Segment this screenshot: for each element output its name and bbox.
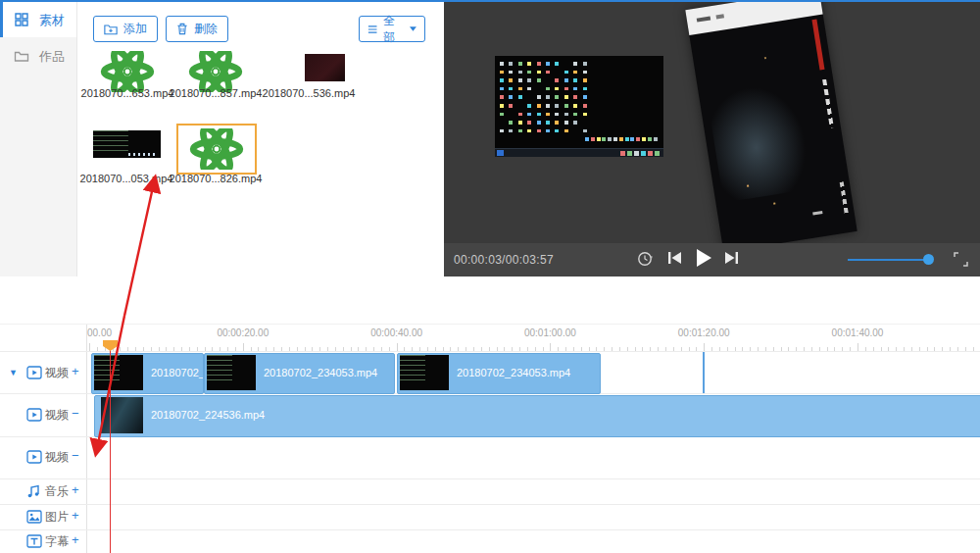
- ruler-label: 00:00:40.00: [353, 327, 441, 338]
- track-separator: [0, 504, 980, 505]
- edit-toolbar: 对齐 ↶ ↷ 分割 配音 编辑 字幕 清空 00:00:03,02 − + 导出…: [0, 276, 980, 325]
- desktop-icon: [564, 121, 568, 125]
- remove-track-icon[interactable]: −: [72, 406, 79, 421]
- desktop-icon: [500, 87, 504, 91]
- desktop-icon: [509, 71, 513, 75]
- previous-frame-icon[interactable]: [667, 250, 682, 270]
- atom-logo: [182, 128, 251, 170]
- add-media-label: 添加: [123, 21, 147, 37]
- clip-name: 20180702_234053.mp4: [264, 367, 377, 378]
- desktop-icon: [583, 129, 587, 133]
- subtitle-track-icon: [26, 534, 42, 548]
- desktop-icon: [608, 137, 612, 141]
- thumb-taskbar-dots: [128, 153, 158, 156]
- desktop-icon: [564, 113, 568, 117]
- preview-clip-rotated-frame[interactable]: [685, 2, 857, 243]
- add-track-icon[interactable]: +: [72, 364, 79, 378]
- add-track-icon[interactable]: +: [72, 532, 79, 547]
- desktop-icon: [564, 71, 568, 75]
- timeline-clip[interactable]: 20180702_234053.mp4: [397, 353, 601, 394]
- delete-media-button[interactable]: 删除: [166, 16, 228, 42]
- volume-slider-track[interactable]: [848, 259, 932, 261]
- track-end-marker: [703, 352, 705, 393]
- ruler-tick: [243, 343, 244, 351]
- next-frame-icon[interactable]: [724, 250, 739, 270]
- video-frame-dark: [305, 54, 345, 81]
- tray-icon: [627, 151, 632, 156]
- library-sidebar: 素材 作品: [0, 2, 77, 276]
- desktop-icon: [500, 104, 504, 108]
- track-label: 视频: [45, 365, 69, 381]
- vertical-white-caption: [822, 79, 834, 128]
- desktop-icon: [537, 95, 541, 99]
- desktop-icon: [509, 121, 513, 125]
- sidebar-item-material[interactable]: 素材: [0, 2, 76, 37]
- vertical-red-caption: [811, 19, 824, 70]
- video-track-icon: [26, 366, 42, 379]
- watermark-mark: [812, 211, 822, 216]
- desktop-icon: [583, 71, 587, 75]
- preview-panel: 00:00:03/00:03:57: [444, 2, 980, 276]
- preview-stage: [444, 2, 980, 243]
- player-control-bar: 00:00:03/00:03:57: [444, 243, 980, 276]
- media-library-panel: 添加 删除 全部 2018070...653.mp42018070...857.…: [77, 2, 441, 277]
- desktop-icon: [527, 87, 531, 91]
- media-item-label: 2018070...536.mp4: [255, 87, 363, 99]
- desktop-icon: [500, 113, 504, 117]
- track-label: 字幕: [45, 533, 69, 550]
- media-item-label: 2018070...826.mp4: [162, 173, 270, 184]
- desktop-icon: [555, 62, 559, 66]
- desktop-icon: [527, 71, 531, 75]
- add-track-icon[interactable]: +: [72, 508, 79, 523]
- atom-logo-icon: [184, 51, 247, 92]
- desktop-icon: [555, 121, 559, 125]
- tray-icon: [641, 151, 646, 156]
- play-icon[interactable]: [695, 248, 712, 272]
- add-track-icon[interactable]: +: [72, 482, 79, 497]
- chevron-down-icon: [410, 26, 416, 31]
- desktop-icon: [500, 78, 504, 82]
- atom-logo-icon: [96, 51, 159, 92]
- desktop-icon: [537, 121, 541, 125]
- sidebar-item-works[interactable]: 作品: [0, 38, 76, 74]
- media-item[interactable]: [176, 124, 257, 175]
- fullscreen-icon[interactable]: [954, 252, 968, 271]
- ruler-tick: [89, 343, 90, 351]
- ruler-label: 00:01:20.00: [660, 327, 748, 338]
- loop-icon[interactable]: [636, 250, 654, 272]
- light-dot: [773, 202, 775, 204]
- track-separator: [0, 529, 980, 530]
- timeline-clip[interactable]: 20180702_2: [91, 353, 204, 394]
- track-header-divider: [86, 325, 87, 553]
- media-item[interactable]: [301, 51, 349, 84]
- desktop-icon: [509, 78, 513, 82]
- media-filter-dropdown[interactable]: 全部: [359, 16, 425, 42]
- desktop-icon: [509, 87, 513, 91]
- image-track-icon: [26, 510, 42, 524]
- atom-logo-icon: [182, 128, 251, 170]
- desktop-taskbar: [495, 148, 663, 157]
- ruler-tick: [704, 343, 705, 351]
- remove-track-icon[interactable]: −: [72, 448, 79, 463]
- ruler-label: 00:00:20.00: [199, 327, 287, 338]
- desktop-icon: [527, 121, 531, 125]
- desktop-icon: [619, 137, 623, 141]
- desktop-icon: [555, 95, 559, 99]
- ruler-tick: [858, 343, 858, 351]
- desktop-icon: [555, 87, 559, 91]
- folder-plus-icon: [104, 23, 118, 35]
- media-item[interactable]: [89, 127, 165, 161]
- desktop-icon: [555, 104, 559, 108]
- list-filter-icon: [368, 25, 377, 34]
- collapse-caret-icon[interactable]: ▼: [9, 368, 18, 377]
- timeline-clip[interactable]: 20180702_224536.mp4: [94, 395, 980, 437]
- desktop-icon: [573, 95, 577, 99]
- desktop-icon: [573, 71, 577, 75]
- desktop-icon: [564, 129, 568, 133]
- media-item-label: 2018070...857.mp4: [162, 87, 270, 99]
- volume-slider-knob[interactable]: [923, 254, 934, 265]
- desktop-icon: [583, 78, 587, 82]
- timeline-clip[interactable]: 20180702_234053.mp4: [204, 353, 395, 394]
- add-media-button[interactable]: 添加: [93, 16, 158, 42]
- grid-icon: [14, 12, 29, 27]
